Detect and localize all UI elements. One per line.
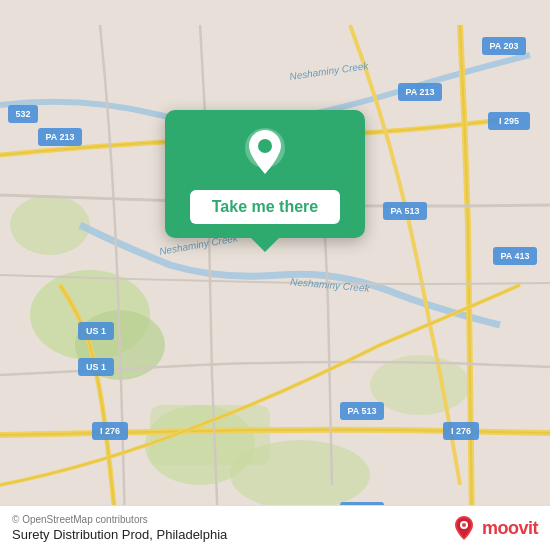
svg-point-6 [10, 195, 90, 255]
svg-rect-7 [150, 405, 270, 465]
location-pin-icon [243, 128, 287, 180]
svg-text:PA 513: PA 513 [390, 206, 419, 216]
location-name-text: Surety Distribution Prod, Philadelphia [12, 527, 227, 542]
svg-text:532: 532 [15, 109, 30, 119]
location-icon-wrap [239, 128, 291, 180]
svg-text:PA 413: PA 413 [500, 251, 529, 261]
map-container: PA 203 PA 213 PA 213 I 295 PA 513 PA 413… [0, 0, 550, 550]
svg-text:US 1: US 1 [86, 326, 106, 336]
svg-text:PA 213: PA 213 [45, 132, 74, 142]
take-me-there-button[interactable]: Take me there [190, 190, 340, 224]
map-background: PA 203 PA 213 PA 213 I 295 PA 513 PA 413… [0, 0, 550, 550]
svg-text:PA 513: PA 513 [347, 406, 376, 416]
svg-point-40 [462, 523, 466, 527]
svg-text:PA 203: PA 203 [489, 41, 518, 51]
attribution-text: © OpenStreetMap contributors [12, 514, 227, 525]
bottom-bar: © OpenStreetMap contributors Surety Dist… [0, 505, 550, 550]
moovit-brand-text: moovit [482, 518, 538, 539]
svg-text:I 276: I 276 [100, 426, 120, 436]
moovit-brand-icon [450, 514, 478, 542]
svg-text:PA 213: PA 213 [405, 87, 434, 97]
svg-point-38 [258, 139, 272, 153]
svg-text:I 276: I 276 [451, 426, 471, 436]
moovit-logo: moovit [450, 514, 538, 542]
svg-text:US 1: US 1 [86, 362, 106, 372]
svg-text:I 295: I 295 [499, 116, 519, 126]
bottom-left-info: © OpenStreetMap contributors Surety Dist… [12, 514, 227, 542]
popup-card: Take me there [165, 110, 365, 238]
